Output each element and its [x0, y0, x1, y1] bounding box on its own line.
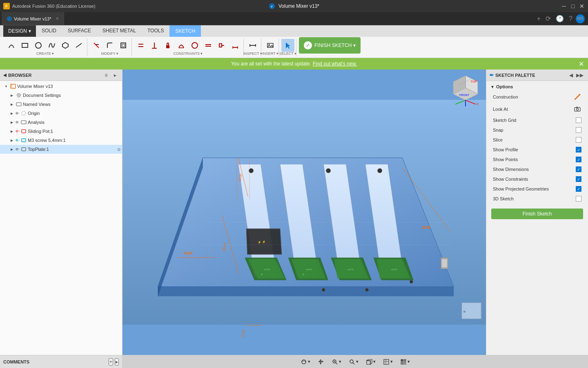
palette-row-sketch-grid[interactable]: Sketch Grid — [486, 115, 588, 125]
palette-row-snap[interactable]: Snap — [486, 125, 588, 135]
rectangle-tool-button[interactable] — [18, 39, 31, 52]
history-button[interactable]: ⟳ — [544, 15, 552, 22]
dimension-constraint-button[interactable] — [229, 39, 242, 52]
display-button[interactable]: ▾ — [398, 357, 412, 366]
tangent-constraint-button[interactable] — [175, 39, 188, 52]
palette-row-show-profile[interactable]: Show Profile ✓ — [486, 145, 588, 155]
comments-expand-button[interactable]: ▸ — [115, 358, 119, 366]
tab-surface[interactable]: SURFACE — [62, 25, 97, 37]
tab-tools[interactable]: TOOLS — [142, 25, 169, 37]
minimize-button[interactable]: ─ — [561, 3, 567, 9]
equal-constraint-button[interactable] — [202, 39, 215, 52]
top-plate-eye-icon[interactable]: 👁 — [15, 147, 19, 152]
arc-tool-button[interactable] — [5, 39, 18, 52]
tab-sketch[interactable]: SKETCH — [169, 25, 201, 37]
tree-item-doc-settings[interactable]: ▶ Document Settings — [0, 91, 122, 100]
pan-button[interactable] — [316, 357, 326, 366]
grid-dropdown-icon: ▾ — [390, 359, 393, 364]
notification-close-button[interactable]: ✕ — [579, 60, 584, 68]
select-button[interactable] — [281, 39, 294, 52]
palette-row-slice[interactable]: Slice — [486, 135, 588, 145]
line-tool-button[interactable] — [72, 39, 85, 52]
finish-sketch-button[interactable]: ✓ FINISH SKETCH ▾ — [299, 37, 361, 54]
close-button[interactable]: ✕ — [579, 3, 585, 9]
lock-constraint-button[interactable] — [161, 39, 174, 52]
palette-row-show-dimensions[interactable]: Show Dimensions ✓ — [486, 164, 588, 174]
trim-tool-button[interactable] — [90, 39, 103, 52]
tree-arrow-sliding-pot[interactable]: ▶ — [9, 128, 15, 134]
palette-row-look-at[interactable]: Look At — [486, 103, 588, 115]
parallel-constraint-button[interactable] — [134, 39, 147, 52]
fillet-tool-button[interactable] — [103, 39, 116, 52]
tree-item-m3-screw[interactable]: ▶ 👁 M3 screw 5,4mm:1 — [0, 136, 122, 145]
show-profile-checkbox[interactable]: ✓ — [576, 147, 581, 153]
palette-row-construction[interactable]: Construction — [486, 91, 588, 103]
palette-row-show-points[interactable]: Show Points ✓ — [486, 155, 588, 164]
measure-button[interactable] — [246, 39, 259, 52]
tree-arrow-origin[interactable]: ▶ — [9, 110, 15, 116]
palette-options-header[interactable]: ▼ Options — [486, 83, 588, 91]
zoom-window-button[interactable]: ▾ — [330, 357, 343, 366]
tree-arrow-top-plate[interactable]: ▶ — [9, 146, 15, 152]
tree-item-root[interactable]: ▼ Volume Mixer v13 — [0, 82, 122, 91]
clock-button[interactable]: 🕐 — [554, 15, 566, 22]
browser-settings-button[interactable]: ▸ — [111, 72, 119, 79]
palette-collapse-button[interactable]: ◀ — [568, 72, 574, 78]
tree-item-sliding-pot[interactable]: ▶ 👁 Sliding Pot:1 — [0, 127, 122, 136]
look-at-action[interactable] — [573, 105, 581, 113]
browser-collapse-icon[interactable]: ◀ — [3, 73, 7, 77]
analysis-eye-icon[interactable]: 👁 — [15, 120, 19, 125]
tree-item-analysis[interactable]: ▶ 👁 Analysis — [0, 118, 122, 127]
show-constraints-checkbox[interactable]: ✓ — [576, 176, 581, 182]
sliding-pot-eye-icon[interactable]: 👁 — [15, 129, 19, 134]
3d-sketch-checkbox[interactable] — [576, 196, 581, 202]
insert-image-button[interactable] — [264, 39, 277, 52]
browser-expand-button[interactable]: ≡ — [102, 72, 110, 79]
palette-row-show-constraints[interactable]: Show Constraints ✓ — [486, 174, 588, 184]
tab-solid[interactable]: SOLID — [36, 25, 62, 37]
palette-expand-button[interactable]: ▶▶ — [575, 72, 585, 78]
tree-arrow-root[interactable]: ▼ — [3, 83, 9, 89]
tree-arrow-named-views[interactable]: ▶ — [9, 101, 15, 107]
circle-tool-button[interactable] — [32, 39, 45, 52]
perpendicular-constraint-button[interactable] — [148, 39, 161, 52]
show-points-checkbox[interactable]: ✓ — [576, 157, 581, 162]
construction-action[interactable] — [573, 93, 581, 101]
new-tab-button[interactable]: + — [535, 15, 542, 22]
tree-item-origin[interactable]: ▶ 👁 Origin — [0, 109, 122, 118]
view-cube-button[interactable]: ▾ — [364, 357, 378, 366]
tab-sheet-metal[interactable]: SHEET METAL — [97, 25, 142, 37]
sketch-grid-checkbox[interactable] — [576, 117, 581, 123]
tab-close-button[interactable]: ✕ — [56, 16, 59, 21]
snap-checkbox[interactable] — [576, 127, 581, 133]
slice-checkbox[interactable] — [576, 137, 581, 143]
comments-add-button[interactable]: + — [109, 358, 113, 366]
tree-arrow-m3-screw[interactable]: ▶ — [9, 137, 15, 143]
tree-item-named-views[interactable]: ▶ Named Views — [0, 100, 122, 109]
offset-tool-button[interactable] — [117, 39, 130, 52]
spline-tool-button[interactable] — [45, 39, 58, 52]
maximize-button[interactable]: □ — [570, 3, 576, 9]
tree-arrow-doc-settings[interactable]: ▶ — [9, 92, 15, 98]
tab-main[interactable]: Volume Mixer v13* ✕ — [2, 12, 64, 25]
smooth-constraint-button[interactable] — [188, 39, 201, 52]
tree-item-top-plate[interactable]: ▶ 👁 TopPlate:1 ⊙ — [0, 145, 122, 154]
help-button[interactable]: ? — [567, 15, 574, 22]
design-button[interactable]: DESIGN ▾ — [3, 25, 36, 37]
m3-screw-eye-icon[interactable]: 👁 — [15, 138, 19, 143]
polygon-tool-button[interactable] — [59, 39, 72, 52]
show-projected-checkbox[interactable]: ✓ — [576, 186, 581, 192]
viewport[interactable]: ∿∿∿ ④ ∿∿∿ ④ ∿∿∿ ∿∿∿ ⚡ ⚡ 20.00 25.0 — [122, 70, 486, 355]
tree-arrow-analysis[interactable]: ▶ — [9, 119, 15, 125]
palette-row-3d-sketch[interactable]: 3D Sketch — [486, 194, 588, 204]
show-dimensions-checkbox[interactable]: ✓ — [576, 166, 581, 172]
notification-link[interactable]: Find out what's new. — [313, 61, 357, 67]
grid-button[interactable]: ▾ — [381, 357, 395, 366]
origin-eye-icon[interactable]: 👁 — [15, 111, 19, 116]
zoom-fit-button[interactable]: ▾ — [347, 357, 361, 366]
palette-finish-sketch-button[interactable]: Finish Sketch — [491, 209, 583, 219]
orbit-button[interactable]: ▾ — [298, 357, 312, 366]
midpoint-constraint-button[interactable] — [215, 39, 228, 52]
palette-row-show-projected[interactable]: Show Projected Geometries ✓ — [486, 184, 588, 194]
user-avatar[interactable]: MB — [576, 14, 585, 23]
